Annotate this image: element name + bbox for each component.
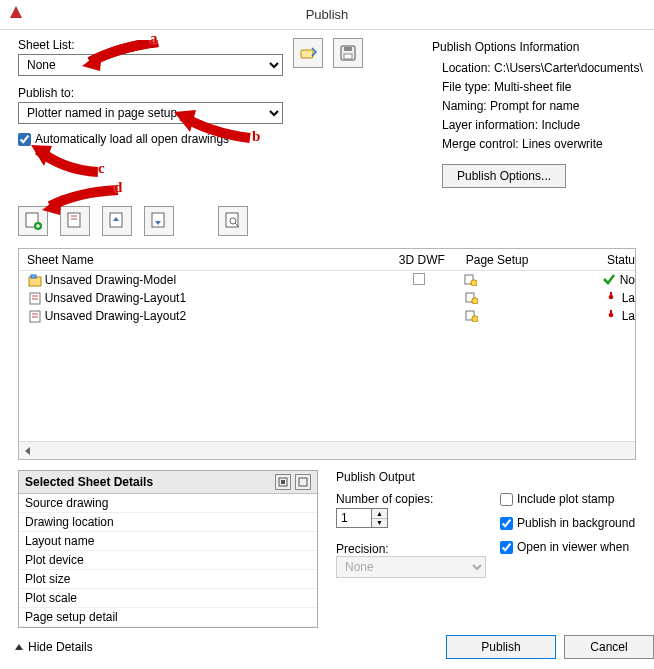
table-row[interactable]: Unsaved Drawing-Layout1La	[19, 289, 635, 307]
horizontal-scrollbar[interactable]	[19, 441, 635, 459]
sheet-type-icon	[27, 273, 43, 287]
sheet-name: Unsaved Drawing-Layout1	[45, 291, 392, 305]
sheet-plus-icon	[23, 211, 43, 231]
autoload-label: Automatically load all open drawings	[35, 132, 229, 146]
spinner-up-icon[interactable]: ▲	[372, 509, 387, 519]
include-stamp-input[interactable]	[500, 493, 513, 506]
svg-rect-26	[281, 480, 285, 484]
details-expand-icon[interactable]	[295, 474, 311, 490]
save-disk-icon	[339, 44, 357, 62]
publish-bg-checkbox[interactable]: Publish in background	[500, 516, 635, 530]
table-row[interactable]: Unsaved Drawing-ModelNo	[19, 271, 635, 289]
preview-button[interactable]	[218, 206, 248, 236]
status-icon	[604, 290, 618, 307]
dwf-checkbox[interactable]	[390, 273, 449, 288]
status-text: No	[620, 273, 635, 287]
sheet-list-label: Sheet List:	[18, 38, 283, 52]
cancel-button[interactable]: Cancel	[564, 635, 654, 659]
spinner-down-icon[interactable]: ▼	[372, 519, 387, 528]
table-header: Sheet Name 3D DWF Page Setup Statu	[19, 249, 635, 271]
autoload-checkbox[interactable]: Automatically load all open drawings	[18, 132, 283, 146]
sheet-type-icon	[27, 309, 43, 323]
publish-options-button[interactable]: Publish Options...	[442, 164, 566, 188]
detail-row: Plot size	[19, 570, 317, 589]
sheet-minus-icon	[65, 211, 85, 231]
remove-sheets-button[interactable]	[60, 206, 90, 236]
svg-rect-0	[301, 50, 313, 58]
move-up-button[interactable]	[102, 206, 132, 236]
page-setup-icon	[463, 272, 477, 289]
detail-row: Page setup detail	[19, 608, 317, 627]
detail-row: Layout name	[19, 532, 317, 551]
detail-row: Plot scale	[19, 589, 317, 608]
details-collapse-icon[interactable]	[275, 474, 291, 490]
add-sheets-button[interactable]	[18, 206, 48, 236]
status-icon	[602, 272, 616, 289]
copies-spinner[interactable]: ▲ ▼	[336, 508, 486, 528]
precision-dropdown: None	[336, 556, 486, 578]
sheet-type-icon	[27, 291, 43, 305]
status-icon	[604, 308, 618, 325]
col-status[interactable]: Statu	[601, 253, 635, 267]
sheet-name: Unsaved Drawing-Layout2	[45, 309, 392, 323]
options-info-header: Publish Options Information	[432, 38, 654, 57]
sheet-list-table: Sheet Name 3D DWF Page Setup Statu Unsav…	[18, 248, 636, 460]
save-list-button[interactable]	[333, 38, 363, 68]
sheet-name: Unsaved Drawing-Model	[45, 273, 390, 287]
publish-to-dropdown[interactable]: Plotter named in page setup	[18, 102, 283, 124]
publish-options-info: Publish Options Information Location: C:…	[432, 38, 654, 188]
copies-label: Number of copies:	[336, 492, 486, 506]
triangle-up-icon	[14, 642, 24, 652]
include-stamp-checkbox[interactable]: Include plot stamp	[500, 492, 635, 506]
col-sheet-name[interactable]: Sheet Name	[19, 253, 392, 267]
preview-icon	[223, 211, 243, 231]
page-setup-icon	[464, 308, 478, 325]
publish-output-header: Publish Output	[336, 470, 652, 484]
detail-row: Drawing location	[19, 513, 317, 532]
autoload-input[interactable]	[18, 133, 31, 146]
detail-row: Source drawing	[19, 494, 317, 513]
publish-button[interactable]: Publish	[446, 635, 556, 659]
import-list-button[interactable]	[293, 38, 323, 68]
svg-point-14	[470, 279, 476, 285]
svg-point-22	[472, 315, 478, 321]
titlebar: Publish	[0, 0, 654, 30]
open-viewer-input[interactable]	[500, 541, 513, 554]
col-page-setup[interactable]: Page Setup	[452, 253, 601, 267]
window-title: Publish	[0, 7, 654, 22]
svg-rect-24	[610, 310, 612, 315]
col-3d-dwf[interactable]: 3D DWF	[392, 253, 452, 267]
page-setup-icon	[464, 290, 478, 307]
svg-rect-27	[299, 478, 307, 486]
hide-details-toggle[interactable]: Hide Details	[14, 640, 93, 654]
copies-input[interactable]	[336, 508, 372, 528]
publish-to-label: Publish to:	[18, 86, 283, 100]
sheet-up-icon	[107, 211, 127, 231]
svg-rect-19	[610, 292, 612, 297]
svg-rect-3	[344, 54, 352, 59]
svg-rect-12	[31, 275, 36, 278]
detail-row: Plot device	[19, 551, 317, 570]
precision-label: Precision:	[336, 542, 486, 556]
publish-bg-input[interactable]	[500, 517, 513, 530]
sheet-down-icon	[149, 211, 169, 231]
status-text: La	[622, 291, 635, 305]
folder-arrow-icon	[299, 44, 317, 62]
open-viewer-checkbox[interactable]: Open in viewer when	[500, 540, 635, 554]
selected-sheet-details: Selected Sheet Details Source drawingDra…	[18, 470, 318, 628]
sheet-list-dropdown[interactable]: None	[18, 54, 283, 76]
svg-rect-6	[68, 213, 80, 227]
move-down-button[interactable]	[144, 206, 174, 236]
table-row[interactable]: Unsaved Drawing-Layout2La	[19, 307, 635, 325]
svg-point-17	[472, 297, 478, 303]
details-header: Selected Sheet Details	[25, 475, 153, 489]
status-text: La	[622, 309, 635, 323]
svg-rect-2	[344, 47, 352, 51]
